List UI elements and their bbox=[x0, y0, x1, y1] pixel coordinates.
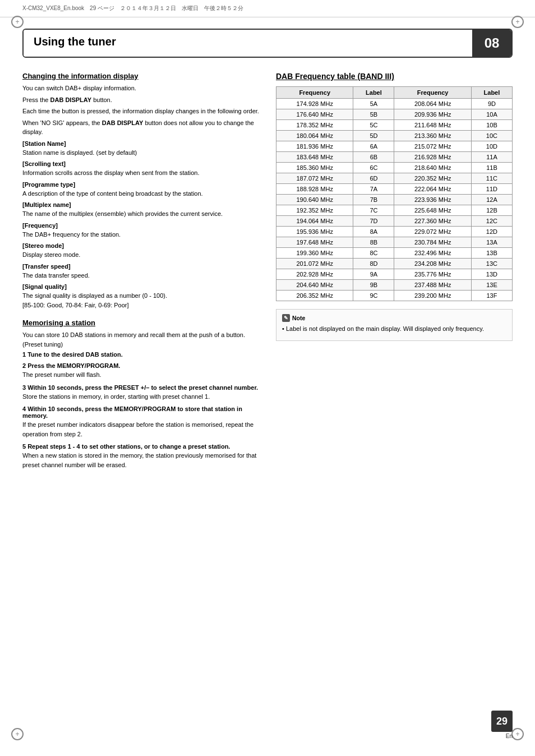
table-cell: 6D bbox=[353, 173, 394, 184]
table-cell: 218.640 MHz bbox=[394, 163, 471, 173]
table-cell: 183.648 MHz bbox=[276, 152, 353, 163]
table-row: 199.360 MHz8C232.496 MHz13B bbox=[276, 248, 513, 259]
section2-intro: You can store 10 DAB stations in memory … bbox=[22, 330, 259, 349]
table-cell: 10B bbox=[471, 120, 512, 131]
table-cell: 227.360 MHz bbox=[394, 216, 471, 227]
table-cell: 8C bbox=[353, 248, 394, 259]
step-block: 3 Within 10 seconds, press the PRESET +/… bbox=[22, 384, 259, 402]
note-title: ✎ Note bbox=[282, 314, 506, 322]
col-header-freq2: Frequency bbox=[394, 87, 471, 99]
section1-intro: You can switch DAB+ display information. bbox=[22, 84, 259, 93]
table-cell: 6C bbox=[353, 163, 394, 173]
step-header: 5 Repeat steps 1 - 4 to set other statio… bbox=[22, 443, 259, 450]
steps-container: 1 Tune to the desired DAB station.2 Pres… bbox=[22, 351, 259, 469]
subheading-label: [Signal quality] bbox=[22, 283, 259, 290]
table-cell: 11C bbox=[471, 173, 512, 184]
table-cell: 178.352 MHz bbox=[276, 120, 353, 131]
table-cell: 12B bbox=[471, 205, 512, 216]
table-header-row: Frequency Label Frequency Label bbox=[276, 87, 513, 99]
table-cell: 5B bbox=[353, 109, 394, 120]
table-cell: 8A bbox=[353, 227, 394, 237]
table-cell: 190.640 MHz bbox=[276, 195, 353, 205]
table-cell: 230.784 MHz bbox=[394, 237, 471, 248]
corner-mark-tr bbox=[511, 16, 524, 28]
section-memorising: Memorising a station You can store 10 DA… bbox=[22, 319, 259, 469]
page-number: 29 bbox=[491, 711, 513, 732]
note-icon: ✎ bbox=[282, 314, 290, 322]
subheading-block: [Stereo mode]Display stereo mode. bbox=[22, 242, 259, 260]
table-cell: 13A bbox=[471, 237, 512, 248]
table-cell: 6B bbox=[353, 152, 394, 163]
table-cell: 12D bbox=[471, 227, 512, 237]
table-cell: 7C bbox=[353, 205, 394, 216]
top-bar: X-CM32_VXE8_En.book 29 ページ ２０１４年３月１２日 水曜… bbox=[0, 0, 535, 17]
table-cell: 5A bbox=[353, 99, 394, 109]
subheading-label: [Stereo mode] bbox=[22, 242, 259, 249]
top-bar-text: X-CM32_VXE8_En.book 29 ページ ２０１４年３月１２日 水曜… bbox=[22, 4, 243, 12]
left-column: Changing the information display You can… bbox=[22, 72, 259, 476]
table-row: 206.352 MHz9C239.200 MHz13F bbox=[276, 291, 513, 301]
subheading-block: [Multiplex name]The name of the multiple… bbox=[22, 201, 259, 219]
subheading-label: [Station Name] bbox=[22, 140, 259, 147]
table-cell: 10C bbox=[471, 131, 512, 141]
table-row: 183.648 MHz6B216.928 MHz11A bbox=[276, 152, 513, 163]
table-cell: 9D bbox=[471, 99, 512, 109]
step-block: 1 Tune to the desired DAB station. bbox=[22, 351, 259, 358]
table-cell: 201.072 MHz bbox=[276, 259, 353, 269]
table-cell: 9A bbox=[353, 269, 394, 280]
table-cell: 237.488 MHz bbox=[394, 280, 471, 291]
note-box: ✎ Note • Label is not displayed on the m… bbox=[276, 309, 513, 341]
chapter-title: Using the tuner bbox=[24, 30, 472, 57]
table-row: 178.352 MHz5C211.648 MHz10B bbox=[276, 120, 513, 131]
subheading-body: Information scrolls across the display w… bbox=[22, 168, 259, 178]
table-cell: 229.072 MHz bbox=[394, 227, 471, 237]
corner-mark-bl bbox=[11, 728, 24, 740]
table-cell: 8D bbox=[353, 259, 394, 269]
table-cell: 5C bbox=[353, 120, 394, 131]
table-cell: 7D bbox=[353, 216, 394, 227]
step-body: The preset number will flash. bbox=[22, 370, 259, 380]
table-cell: 9C bbox=[353, 291, 394, 301]
table-row: 181.936 MHz6A215.072 MHz10D bbox=[276, 141, 513, 152]
subheading-body: The signal quality is displayed as a num… bbox=[22, 291, 259, 310]
col-header-freq1: Frequency bbox=[276, 87, 353, 99]
table-cell: 10D bbox=[471, 141, 512, 152]
table-row: 180.064 MHz5D213.360 MHz10C bbox=[276, 131, 513, 141]
table-cell: 13C bbox=[471, 259, 512, 269]
subheading-block: [Transfer speed]The data transfer speed. bbox=[22, 263, 259, 280]
table-cell: 13E bbox=[471, 280, 512, 291]
subheading-body: The data transfer speed. bbox=[22, 271, 259, 280]
subheading-label: [Transfer speed] bbox=[22, 263, 259, 270]
step-body: Store the stations in memory, in order, … bbox=[22, 392, 259, 402]
table-row: 201.072 MHz8D234.208 MHz13C bbox=[276, 259, 513, 269]
table-row: 187.072 MHz6D220.352 MHz11C bbox=[276, 173, 513, 184]
step-header: 4 Within 10 seconds, press the MEMORY/PR… bbox=[22, 405, 259, 419]
subheading-body: The DAB+ frequency for the station. bbox=[22, 230, 259, 239]
step-header: 2 Press the MEMORY/PROGRAM. bbox=[22, 362, 259, 369]
table-cell: 204.640 MHz bbox=[276, 280, 353, 291]
freq-table-body: 174.928 MHz5A208.064 MHz9D176.640 MHz5B2… bbox=[276, 99, 513, 301]
table-cell: 7B bbox=[353, 195, 394, 205]
table-cell: 213.360 MHz bbox=[394, 131, 471, 141]
table-cell: 176.640 MHz bbox=[276, 109, 353, 120]
table-cell: 187.072 MHz bbox=[276, 173, 353, 184]
corner-mark-tl bbox=[11, 16, 24, 28]
table-cell: 206.352 MHz bbox=[276, 291, 353, 301]
table-cell: 225.648 MHz bbox=[394, 205, 471, 216]
table-cell: 232.496 MHz bbox=[394, 248, 471, 259]
subheading-block: [Frequency]The DAB+ frequency for the st… bbox=[22, 222, 259, 239]
table-row: 204.640 MHz9B237.488 MHz13E bbox=[276, 280, 513, 291]
page-footer: 29 En bbox=[491, 711, 513, 739]
step-body: If the preset number indicators disappea… bbox=[22, 420, 259, 439]
section1-each: Each time the button is pressed, the inf… bbox=[22, 107, 259, 116]
table-row: 174.928 MHz5A208.064 MHz9D bbox=[276, 99, 513, 109]
subheading-block: [Signal quality]The signal quality is di… bbox=[22, 283, 259, 310]
subheading-label: [Scrolling text] bbox=[22, 160, 259, 167]
table-row: 195.936 MHz8A229.072 MHz12D bbox=[276, 227, 513, 237]
page-container: X-CM32_VXE8_En.book 29 ページ ２０１４年３月１２日 水曜… bbox=[0, 0, 535, 756]
chapter-number: 08 bbox=[472, 30, 511, 57]
subheading-block: [Programme type]A description of the typ… bbox=[22, 181, 259, 199]
table-cell: 11D bbox=[471, 184, 512, 195]
table-cell: 7A bbox=[353, 184, 394, 195]
table-cell: 222.064 MHz bbox=[394, 184, 471, 195]
